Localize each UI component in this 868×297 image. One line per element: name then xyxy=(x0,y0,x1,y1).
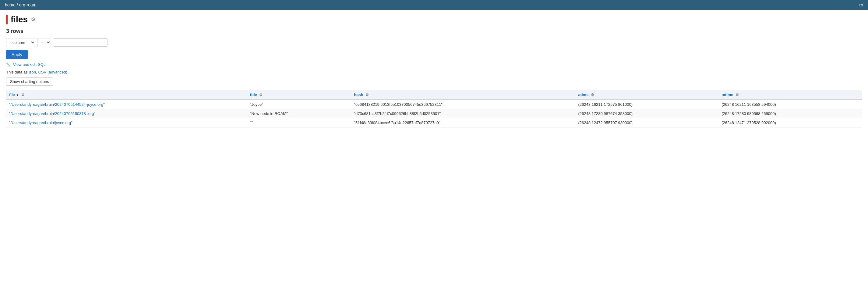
main-content: files ⚙ 3 rows - column - = Apply 🔧 View… xyxy=(0,10,868,132)
data-table: file ▼ ⚙ title ⚙ hash ⚙ atime ⚙ mtime xyxy=(6,90,862,128)
operator-select[interactable]: = xyxy=(37,38,51,47)
advanced-link[interactable]: (advanced) xyxy=(48,70,67,74)
apply-button[interactable]: Apply xyxy=(6,50,28,59)
table-header-row: file ▼ ⚙ title ⚙ hash ⚙ atime ⚙ mtime xyxy=(6,90,862,100)
filter-value-input[interactable] xyxy=(53,38,108,47)
file-link[interactable]: "/Users/andyreagan/brain/joyce.org" xyxy=(9,120,72,125)
cell-title: "" xyxy=(247,118,351,128)
sql-link-row: 🔧 View and edit SQL xyxy=(6,62,862,67)
cell-mtime: (26248 16211 163558 594000) xyxy=(718,100,862,109)
col-header-mtime[interactable]: mtime ⚙ xyxy=(718,90,862,100)
col-header-atime[interactable]: atime ⚙ xyxy=(575,90,718,100)
cell-file: "/Users/andyreagan/brain/20240705144524-… xyxy=(6,100,247,109)
cell-mtime: (26248 12471 279528 902000) xyxy=(718,118,862,128)
data-format-row: This data as json, CSV (advanced) xyxy=(6,70,862,74)
cell-mtime: (26248 17280 980568 259000) xyxy=(718,109,862,118)
view-edit-sql-link[interactable]: View and edit SQL xyxy=(13,62,46,67)
cell-title: "Joyce" xyxy=(247,100,351,109)
page-title-row: files ⚙ xyxy=(6,15,862,24)
show-charting-button[interactable]: Show charting options xyxy=(6,77,53,86)
cell-atime: (26248 17280 987674 358000) xyxy=(575,109,718,118)
title-col-gear-icon[interactable]: ⚙ xyxy=(259,93,262,97)
settings-gear-icon[interactable]: ⚙ xyxy=(31,16,36,23)
csv-link[interactable]: CSV xyxy=(38,70,46,74)
mtime-col-gear-icon[interactable]: ⚙ xyxy=(736,93,739,97)
cell-atime: (26248 16211 172575 861000) xyxy=(575,100,718,109)
sort-desc-icon: ▼ xyxy=(16,93,19,97)
nav-right-text: ro xyxy=(860,2,863,7)
cell-hash: "ce684188219f6013f5b10370056745d36675231… xyxy=(351,100,575,109)
table-row: "/Users/andyreagan/brain/joyce.org""""51… xyxy=(6,118,862,128)
column-select[interactable]: - column - xyxy=(6,38,35,47)
file-link[interactable]: "/Users/andyreagan/brain/20240705144524-… xyxy=(9,102,105,107)
cell-atime: (26248 12472 955707 930000) xyxy=(575,118,718,128)
top-nav: home / org-roam ro xyxy=(0,0,868,10)
col-header-title[interactable]: title ⚙ xyxy=(247,90,351,100)
cell-hash: "51f48a33f084bcee6f3a14d22657af7a870727a… xyxy=(351,118,575,128)
breadcrumb: home / org-roam xyxy=(5,2,36,7)
file-col-gear-icon[interactable]: ⚙ xyxy=(21,93,25,97)
wrench-icon: 🔧 xyxy=(6,62,11,67)
col-header-hash[interactable]: hash ⚙ xyxy=(351,90,575,100)
col-header-file[interactable]: file ▼ ⚙ xyxy=(6,90,247,100)
table-row: "/Users/andyreagan/brain/20240705144524-… xyxy=(6,100,862,109)
hash-col-gear-icon[interactable]: ⚙ xyxy=(366,93,369,97)
data-format-prefix: This data as xyxy=(6,70,28,74)
cell-file: "/Users/andyreagan/brain/20240705150318-… xyxy=(6,109,247,118)
atime-col-gear-icon[interactable]: ⚙ xyxy=(591,93,594,97)
json-link[interactable]: json xyxy=(29,70,36,74)
cell-file: "/Users/andyreagan/brain/joyce.org" xyxy=(6,118,247,128)
table-row: "/Users/andyreagan/brain/20240705150318-… xyxy=(6,109,862,118)
filter-row: - column - = xyxy=(6,38,862,47)
page-title: files xyxy=(11,15,28,24)
cell-hash: "d73c681cc3f7b2fd7c099626bb88f2b5d025350… xyxy=(351,109,575,118)
file-link[interactable]: "/Users/andyreagan/brain/20240705150318-… xyxy=(9,111,95,116)
row-count: 3 rows xyxy=(6,28,862,34)
cell-title: "New node in ROAM" xyxy=(247,109,351,118)
